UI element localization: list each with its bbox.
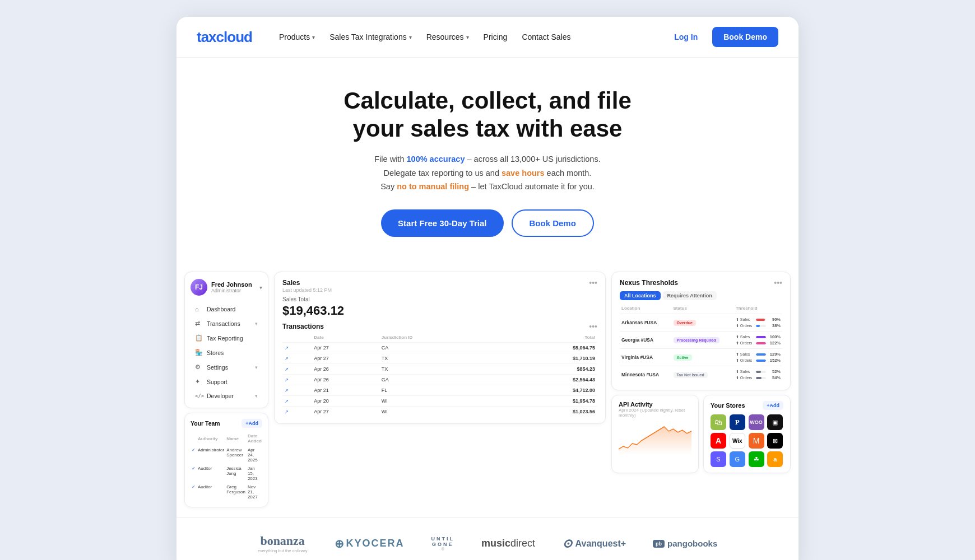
nexus-table: Location Status Threshold Arkansas #USA …: [620, 305, 782, 383]
nav-sales-tax[interactable]: Sales Tax Integrations ▾: [324, 29, 417, 45]
start-trial-button[interactable]: Start Free 30-Day Trial: [381, 209, 503, 237]
book-demo-nav-button[interactable]: Book Demo: [712, 27, 778, 47]
chevron-right-icon: ▾: [255, 321, 258, 326]
hero-title: Calculate, collect, and file your sales …: [199, 87, 776, 142]
sidebar-item-developer[interactable]: </> Developer ▾: [191, 389, 262, 403]
hero-section: Calculate, collect, and file your sales …: [177, 58, 798, 272]
sidebar-item-stores[interactable]: 🏪 Stores: [191, 346, 262, 360]
tab-requires-attention[interactable]: Requires Attention: [663, 291, 717, 300]
store-squarespace[interactable]: ⊠: [767, 433, 783, 449]
sales-subtitle: Last updated 5:12 PM: [282, 287, 332, 293]
store-woocommerce[interactable]: WOO: [749, 414, 764, 430]
store-unknown2[interactable]: ☘: [749, 451, 764, 467]
table-row: ↗ Apr 27 CA $5,064.75: [282, 343, 597, 353]
sidebar-item-tax-reporting[interactable]: 📋 Tax Reporting: [191, 331, 262, 345]
avatar: FJ: [191, 279, 207, 296]
kyocera-text: KYOCERA: [346, 538, 405, 549]
transactions-table: Date Jurisdiction ID Total ↗ Apr 27 CA $…: [282, 334, 597, 417]
store-paypal[interactable]: P: [730, 414, 745, 430]
right-panel: Nexus Thresholds ••• All Locations Requi…: [611, 272, 791, 473]
nexus-card: Nexus Thresholds ••• All Locations Requi…: [611, 272, 791, 390]
brand-kyocera: ⊕ KYOCERA: [335, 537, 405, 550]
table-row: ✓ Auditor Greg Ferguson Nov 21, 2027: [191, 483, 263, 501]
user-details: Fred Johnson Administrator: [211, 281, 252, 293]
nav-resources[interactable]: Resources ▾: [421, 29, 475, 45]
store-adobe[interactable]: A: [711, 433, 726, 449]
sidebar-item-dashboard[interactable]: ⌂ Dashboard: [191, 302, 262, 316]
nexus-menu-button[interactable]: •••: [774, 279, 782, 287]
nexus-header: Nexus Thresholds •••: [620, 279, 782, 287]
brand-until-gone: UNTIL GONE ®: [431, 536, 455, 551]
col-date: Date: [312, 334, 379, 343]
sales-total-value: $19,463.12: [282, 304, 597, 318]
col-threshold: Threshold: [734, 305, 782, 314]
nav-products[interactable]: Products ▾: [273, 29, 321, 45]
transactions-menu-button[interactable]: •••: [589, 323, 597, 330]
user-role: Administrator: [211, 288, 252, 293]
sales-title: Sales: [282, 279, 332, 287]
until-trademark: ®: [431, 547, 455, 551]
avanquest-text: Avanquest+: [575, 539, 626, 549]
table-row: Georgia #USA Processing Required ⬆ Sales…: [620, 332, 782, 349]
chevron-down-icon: ▾: [409, 34, 412, 40]
login-button[interactable]: Log In: [666, 28, 705, 46]
sales-total-label: Sales Total: [282, 296, 597, 302]
sales-header: Sales Last updated 5:12 PM •••: [282, 279, 597, 293]
outer-wrapper: taxcloud Products ▾ Sales Tax Integratio…: [0, 0, 975, 560]
pango-text: pangobooks: [667, 539, 717, 548]
sidebar-item-settings[interactable]: ⚙ Settings ▾: [191, 360, 262, 374]
chevron-right-icon: ▾: [255, 365, 258, 370]
stores-grid: 🛍 P WOO ▣ A Wix M: [711, 414, 783, 467]
brand-bonanza: bonanza everything but the ordinary: [258, 534, 308, 553]
table-row: ↗ Apr 26 GA $2,564.43: [282, 375, 597, 385]
nav-pricing[interactable]: Pricing: [478, 29, 513, 45]
nexus-tabs: All Locations Requires Attention: [620, 291, 782, 300]
store-unknown1[interactable]: ▣: [767, 414, 783, 430]
store-magento[interactable]: M: [749, 433, 764, 449]
sidebar-item-support[interactable]: ✦ Support: [191, 375, 262, 389]
sidebar-item-transactions[interactable]: ⇄ Transactions ▾: [191, 316, 262, 330]
add-store-button[interactable]: +Add: [763, 401, 783, 410]
expand-user-button[interactable]: ▾: [259, 284, 262, 291]
dashboard-preview: FJ Fred Johnson Administrator ▾ ⌂ Dashbo…: [177, 272, 798, 517]
stores-card: Your Stores +Add 🛍 P WOO ▣: [703, 395, 791, 473]
chevron-right-icon: ▾: [255, 393, 258, 399]
col-status: Status: [672, 305, 734, 314]
sales-widget: Sales Last updated 5:12 PM ••• Sales Tot…: [274, 272, 606, 424]
store-amazon[interactable]: a: [767, 451, 783, 467]
user-card: FJ Fred Johnson Administrator ▾ ⌂ Dashbo…: [184, 272, 268, 408]
team-title: Your Team: [191, 420, 220, 427]
stores-icon: 🏪: [195, 349, 203, 356]
gone-text: GONE: [431, 542, 455, 547]
brand-musicdirect: musicdirect: [481, 538, 535, 549]
store-google[interactable]: G: [730, 451, 745, 467]
left-panel: FJ Fred Johnson Administrator ▾ ⌂ Dashbo…: [184, 272, 268, 507]
chevron-down-icon: ▾: [466, 34, 469, 40]
stores-header: Your Stores +Add: [711, 401, 783, 410]
user-name: Fred Johnson: [211, 281, 252, 288]
middle-panel: Sales Last updated 5:12 PM ••• Sales Tot…: [274, 272, 606, 424]
table-row: Virginia #USA Active ⬆ Sales 129% ⬆ Orde…: [620, 349, 782, 366]
col-name: Name: [225, 432, 247, 446]
support-icon: ✦: [195, 378, 203, 385]
col-location: Location: [620, 305, 672, 314]
table-row: ↗ Apr 27 WI $1,023.56: [282, 407, 597, 417]
tab-all-locations[interactable]: All Locations: [620, 291, 661, 300]
api-subtitle: April 2024 (Updated nightly, reset month…: [619, 408, 691, 418]
until-text: UNTIL: [431, 536, 455, 542]
store-shopify[interactable]: 🛍: [711, 414, 726, 430]
store-stripe[interactable]: S: [711, 451, 726, 467]
book-demo-button[interactable]: Book Demo: [512, 209, 594, 237]
add-team-button[interactable]: +Add: [242, 419, 262, 428]
nav-links: Products ▾ Sales Tax Integrations ▾ Reso…: [273, 29, 666, 45]
brand-avanquest: ⊙ Avanquest+: [562, 536, 626, 551]
store-wix[interactable]: Wix: [730, 433, 745, 449]
navbar: taxcloud Products ▾ Sales Tax Integratio…: [177, 17, 798, 58]
logo[interactable]: taxcloud: [197, 29, 252, 46]
sales-menu-button[interactable]: •••: [589, 279, 597, 287]
api-title: API Activity: [619, 401, 691, 408]
developer-icon: </>: [195, 393, 203, 399]
nav-contact[interactable]: Contact Sales: [516, 29, 576, 45]
tax-reporting-icon: 📋: [195, 334, 203, 342]
transactions-icon: ⇄: [195, 320, 203, 327]
